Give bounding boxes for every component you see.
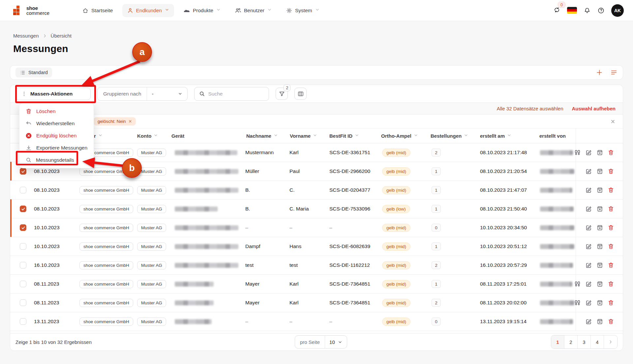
nav-item-startseite[interactable]: Startseite bbox=[77, 4, 117, 17]
row-checkbox[interactable] bbox=[20, 299, 26, 306]
row-checkbox[interactable] bbox=[20, 187, 26, 193]
nav-item-endkunden[interactable]: Endkunden bbox=[122, 4, 174, 17]
row-checkbox[interactable] bbox=[20, 243, 26, 250]
archive-icon[interactable] bbox=[596, 281, 603, 288]
archive-icon[interactable] bbox=[596, 243, 603, 250]
add-view-button[interactable] bbox=[596, 69, 603, 76]
edit-icon[interactable] bbox=[585, 299, 592, 306]
edit-icon[interactable] bbox=[585, 281, 592, 288]
archive-icon[interactable] bbox=[596, 318, 603, 325]
menu-item-label: Wiederherstellen bbox=[36, 121, 75, 126]
brand-logo[interactable]: shoecommerce bbox=[13, 6, 49, 15]
breadcrumb-item[interactable]: Übersicht bbox=[51, 33, 72, 39]
breadcrumb-item[interactable]: Messungen bbox=[13, 33, 39, 39]
page-button-3[interactable]: 3 bbox=[578, 335, 591, 349]
search-input[interactable] bbox=[208, 91, 264, 97]
edit-icon[interactable] bbox=[585, 206, 592, 212]
column-header[interactable]: erstellt von bbox=[539, 133, 576, 139]
chip-remove-icon[interactable]: ✕ bbox=[129, 119, 132, 124]
cell-erstellt-am: 08.10.2023 21:50:40 bbox=[477, 206, 539, 212]
menu-item-download[interactable]: Exportiere Messungen bbox=[19, 142, 94, 154]
archive-icon[interactable] bbox=[596, 187, 603, 194]
row-checkbox[interactable] bbox=[20, 224, 26, 231]
trash-icon[interactable] bbox=[608, 187, 614, 193]
trash-icon[interactable] bbox=[608, 318, 614, 325]
edit-icon[interactable] bbox=[585, 224, 592, 231]
column-header[interactable]: Vorname bbox=[283, 133, 323, 139]
trash-icon[interactable] bbox=[608, 206, 614, 212]
menu-item-trash[interactable]: Löschen bbox=[19, 105, 94, 117]
menu-item-x-circle[interactable]: Endgültig löschen bbox=[19, 129, 94, 142]
help-icon[interactable] bbox=[597, 7, 605, 14]
view-options-button[interactable] bbox=[610, 69, 618, 76]
archive-icon[interactable] bbox=[596, 206, 603, 212]
trash-icon[interactable] bbox=[608, 243, 614, 250]
nav-item-system[interactable]: System bbox=[281, 4, 324, 17]
menu-item-undo[interactable]: Wiederherstellen bbox=[19, 117, 94, 129]
nav-item-benutzer[interactable]: Benutzer bbox=[230, 4, 277, 17]
footprints-icon[interactable] bbox=[574, 281, 581, 288]
clear-filters-icon[interactable] bbox=[610, 119, 616, 124]
archive-icon[interactable] bbox=[596, 262, 603, 269]
dealer-badge: shoe commerce GmbH bbox=[79, 299, 133, 307]
column-header[interactable]: Konto bbox=[131, 133, 167, 139]
edit-icon[interactable] bbox=[585, 187, 592, 194]
edit-icon[interactable] bbox=[585, 243, 592, 250]
edit-icon[interactable] bbox=[585, 168, 592, 175]
archive-icon[interactable] bbox=[596, 299, 603, 306]
archive-icon[interactable] bbox=[596, 149, 603, 156]
language-flag-german[interactable] bbox=[567, 7, 577, 14]
column-header[interactable]: Gerät bbox=[167, 133, 238, 139]
view-bar: Standard bbox=[10, 65, 623, 80]
columns-button[interactable] bbox=[294, 88, 307, 100]
orders-count-badge: 2 bbox=[432, 149, 441, 156]
notifications-bell-icon[interactable] bbox=[584, 7, 591, 14]
trash-icon[interactable] bbox=[608, 168, 614, 175]
trash-icon[interactable] bbox=[608, 299, 614, 306]
column-header[interactable]: Bestellungen bbox=[427, 133, 477, 139]
trash-icon[interactable] bbox=[608, 281, 614, 287]
edit-icon[interactable] bbox=[585, 149, 592, 156]
page-button-4[interactable]: 4 bbox=[591, 335, 604, 349]
footprints-icon[interactable] bbox=[574, 149, 581, 156]
group-by-select[interactable]: - bbox=[147, 91, 187, 97]
cell-ortho-ampel: gelb (mid) bbox=[379, 149, 427, 157]
column-header[interactable]: erstellt am bbox=[477, 133, 539, 139]
column-header[interactable]: Ortho-Ampel bbox=[379, 133, 427, 139]
row-checkbox[interactable] bbox=[20, 206, 26, 212]
sync-button[interactable]: 0 bbox=[553, 6, 560, 15]
filter-chip-geloescht[interactable]: gelöscht: Nein ✕ bbox=[94, 117, 136, 126]
trash-icon[interactable] bbox=[608, 262, 614, 268]
select-all-link[interactable]: Alle 32 Datensätze auswählen bbox=[497, 106, 563, 111]
edit-icon[interactable] bbox=[585, 262, 592, 269]
user-avatar[interactable]: AK bbox=[611, 4, 624, 17]
column-header[interactable]: BestFit ID bbox=[323, 133, 379, 139]
trash-icon[interactable] bbox=[608, 149, 614, 156]
row-checkbox[interactable] bbox=[20, 168, 26, 175]
redacted-geraet bbox=[175, 188, 238, 193]
footprints-icon[interactable] bbox=[574, 299, 581, 306]
nav-item-produkte[interactable]: Produkte bbox=[179, 4, 226, 17]
konto-badge: Muster AG bbox=[137, 186, 166, 194]
bulk-actions-button[interactable]: Massen-Aktionen bbox=[15, 88, 91, 100]
top-navbar: shoecommerce Startseite Endkunden Produk… bbox=[0, 0, 633, 21]
edit-icon[interactable] bbox=[585, 318, 592, 325]
page-button-1[interactable]: 1 bbox=[551, 335, 564, 349]
column-header[interactable]: Nachname bbox=[238, 133, 283, 139]
view-standard-button[interactable]: Standard bbox=[15, 68, 52, 77]
row-checkbox[interactable] bbox=[20, 262, 26, 268]
next-page-button[interactable] bbox=[604, 335, 617, 349]
per-page-select[interactable]: 10 bbox=[325, 339, 347, 345]
row-checkbox[interactable] bbox=[20, 318, 26, 325]
dealer-badge: shoe commerce GmbH bbox=[79, 318, 133, 326]
kebab-icon bbox=[21, 91, 27, 97]
menu-item-search[interactable]: Messungsdetails bbox=[19, 154, 94, 166]
filter-button[interactable]: 2 bbox=[276, 88, 288, 100]
trash-icon[interactable] bbox=[608, 224, 614, 231]
page-button-2[interactable]: 2 bbox=[564, 335, 578, 349]
archive-icon[interactable] bbox=[596, 224, 603, 231]
clear-selection-link[interactable]: Auswahl aufheben bbox=[572, 106, 616, 111]
row-checkbox[interactable] bbox=[20, 281, 26, 287]
cell-bestellungen: 2 bbox=[427, 261, 477, 269]
archive-icon[interactable] bbox=[596, 168, 603, 175]
